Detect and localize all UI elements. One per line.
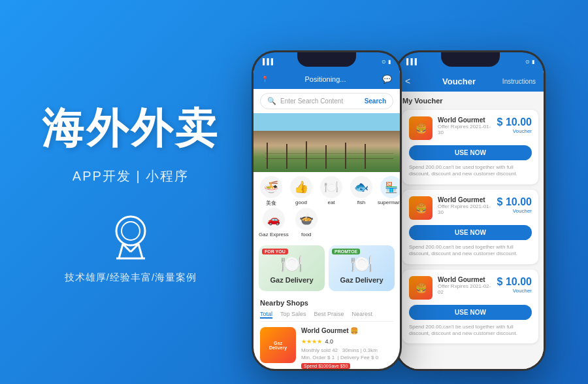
voucher-screen: My Voucher 🍔 World Gourmet Offer Rxpires… bbox=[397, 92, 544, 369]
instructions-link[interactable]: Instructions bbox=[502, 78, 536, 85]
voucher-restaurant-1: World Gourmet bbox=[438, 116, 492, 124]
voucher-desc-3: Spend 200.00,can't be used together with… bbox=[409, 324, 532, 338]
voucher-amount-2: $ 10.00 Voucher bbox=[497, 196, 532, 214]
category-gaz[interactable]: 🚗 Gaz Express bbox=[259, 208, 289, 237]
banner-for-you[interactable]: FOR YOU 🍽️ Gaz Delivery bbox=[259, 245, 325, 291]
banners-section: FOR YOU 🍽️ Gaz Delivery PROMTOE 🍽️ Gaz D… bbox=[253, 241, 400, 295]
food2-label: food bbox=[301, 232, 312, 237]
voucher-title: Voucher bbox=[416, 77, 502, 86]
good-icon: 👍 bbox=[290, 176, 312, 198]
category-fish[interactable]: 🐟 fish bbox=[349, 176, 374, 207]
eat-label: eat bbox=[327, 200, 335, 205]
status-right-right: ⊙ ▮ bbox=[525, 59, 534, 65]
gaz-label: Gaz Express bbox=[259, 232, 289, 237]
svg-point-1 bbox=[122, 222, 140, 240]
voucher-top-1: 🍔 World Gourmet Offer Rxpires 2021-01-30… bbox=[409, 116, 532, 140]
voucher-desc-1: Spend 200.00,can't be used together with… bbox=[409, 164, 532, 178]
voucher-restaurant-3: World Gourmet bbox=[438, 276, 492, 283]
voucher-price-2: $ 10.00 bbox=[497, 196, 532, 208]
use-now-btn-2[interactable]: USE NOW bbox=[409, 225, 532, 240]
eat-icon: 🍽️ bbox=[320, 176, 342, 198]
banner-tag-2: PROMTOE bbox=[332, 249, 360, 254]
voucher-price-3: $ 10.00 bbox=[497, 276, 532, 288]
banner-title-1: Gaz Delivery bbox=[270, 276, 313, 284]
phone-voucher: ▌▌▌ 13:20 ⊙ ▮ < Voucher Instructions My … bbox=[395, 50, 546, 371]
voucher-expiry-2: Offer Rxpires 2021-01-30 bbox=[438, 203, 492, 215]
left-section: 海外外卖 APP开发 | 小程序 技术雄厚/经验丰富/海量案例 bbox=[26, 0, 235, 384]
shop-meta: Monthly sold 42 30mins | 0.3km bbox=[301, 347, 393, 353]
signal-icon: ▌▌▌ bbox=[263, 58, 275, 65]
shop-image: GazDelivery bbox=[260, 327, 296, 363]
tag-1: Spend $100Save $50 bbox=[301, 363, 350, 369]
search-button[interactable]: Search bbox=[365, 97, 386, 105]
award-icon bbox=[105, 211, 157, 264]
category-good[interactable]: 👍 good bbox=[289, 176, 314, 207]
banner-plate-2: 🍽️ bbox=[350, 253, 373, 275]
restaurant-img-3: 🍔 bbox=[409, 276, 433, 300]
voucher-amount-1: $ 10.00 Voucher bbox=[497, 116, 532, 134]
tab-top-sales[interactable]: Top Sales bbox=[280, 311, 306, 319]
voucher-info-1: World Gourmet Offer Rxpires 2021-01-30 bbox=[438, 116, 492, 135]
delivery-header: 📍 Positioning... 💬 bbox=[253, 71, 400, 89]
phones-section: ▌▌▌ 13:20 ⊙ ▮ 📍 Positioning... 💬 🔍 Enter… bbox=[222, 0, 575, 384]
shop-card[interactable]: GazDelivery World Gourmet 🍔 ★★★★ 4.0 Mon… bbox=[260, 327, 393, 369]
phone-screen-left: 📍 Positioning... 💬 🔍 Enter Search Conten… bbox=[253, 71, 400, 369]
good-label: good bbox=[295, 200, 307, 205]
categories-row-2: 🚗 Gaz Express 🍲 food bbox=[253, 208, 400, 241]
shop-tabs: Total Top Sales Best Praise Nearest bbox=[260, 311, 393, 322]
food-label: 美食 bbox=[266, 200, 276, 207]
shop-tags: Spend $100Save $50 Spend $52Save $20 Spe… bbox=[301, 363, 393, 369]
voucher-label-2: Voucher bbox=[497, 208, 532, 214]
svg-point-0 bbox=[116, 217, 145, 245]
fish-label: fish bbox=[357, 200, 365, 205]
voucher-card-3: 🍔 World Gourmet Offer Rxpires 2021-02-02… bbox=[402, 270, 538, 344]
tab-best-praise[interactable]: Best Praise bbox=[314, 311, 344, 319]
voucher-expiry-3: Offer Rxpires 2021-02-02 bbox=[438, 283, 492, 295]
use-now-btn-1[interactable]: USE NOW bbox=[409, 145, 532, 160]
phone-delivery: ▌▌▌ 13:20 ⊙ ▮ 📍 Positioning... 💬 🔍 Enter… bbox=[252, 50, 402, 371]
food2-icon: 🍲 bbox=[295, 208, 318, 230]
location-pin-icon: 📍 bbox=[261, 76, 269, 82]
back-arrow-icon[interactable]: < bbox=[405, 76, 410, 86]
supermarket-label: supermark.. bbox=[378, 200, 400, 205]
phone-screen-right: < Voucher Instructions My Voucher 🍔 Worl… bbox=[397, 71, 544, 369]
voucher-top-2: 🍔 World Gourmet Offer Rxpires 2021-01-30… bbox=[409, 196, 532, 220]
chat-icon[interactable]: 💬 bbox=[382, 75, 392, 84]
food-icon: 🍜 bbox=[260, 176, 282, 198]
use-now-btn-3[interactable]: USE NOW bbox=[409, 305, 532, 320]
location-title: Positioning... bbox=[305, 75, 346, 83]
voucher-restaurant-2: World Gourmet bbox=[438, 196, 492, 203]
tab-total[interactable]: Total bbox=[260, 311, 272, 319]
category-supermarket[interactable]: 🏪 supermark.. bbox=[379, 176, 400, 207]
shop-delivery: Min. Order $ 1 | Delivery Fee $ 0 bbox=[301, 355, 393, 360]
banner-tag-1: FOR YOU bbox=[262, 249, 288, 254]
gaz-icon: 🚗 bbox=[263, 208, 285, 230]
voucher-expiry-1: Offer Rxpires 2021-01-30 bbox=[438, 124, 492, 135]
voucher-top-3: 🍔 World Gourmet Offer Rxpires 2021-02-02… bbox=[409, 276, 532, 300]
voucher-info-2: World Gourmet Offer Rxpires 2021-01-30 bbox=[438, 196, 492, 215]
voucher-label-3: Voucher bbox=[497, 288, 532, 294]
tab-nearest[interactable]: Nearest bbox=[352, 311, 373, 319]
category-food[interactable]: 🍜 美食 bbox=[259, 176, 284, 207]
svg-line-3 bbox=[139, 244, 142, 258]
bottom-text: 技术雄厚/经验丰富/海量案例 bbox=[65, 271, 197, 284]
voucher-amount-3: $ 10.00 Voucher bbox=[497, 276, 532, 294]
nearby-section: Nearby Shops Total Top Sales Best Praise… bbox=[253, 295, 400, 369]
search-bar[interactable]: 🔍 Enter Search Content Search bbox=[260, 93, 393, 109]
banner-promtoe[interactable]: PROMTOE 🍽️ Gaz Delivery bbox=[329, 245, 395, 291]
battery-icon-left: ▮ bbox=[388, 59, 391, 65]
banner-plate-1: 🍽️ bbox=[280, 253, 303, 275]
wifi-icon-right: ⊙ bbox=[525, 59, 530, 65]
wifi-icon-left: ⊙ bbox=[382, 59, 386, 65]
category-food2[interactable]: 🍲 food bbox=[294, 208, 319, 237]
shop-info: World Gourmet 🍔 ★★★★ 4.0 Monthly sold 42… bbox=[301, 327, 393, 369]
status-right-left: ⊙ ▮ bbox=[382, 59, 391, 65]
restaurant-img-2: 🍔 bbox=[409, 196, 433, 220]
signal-icon-right: ▌▌▌ bbox=[406, 58, 419, 65]
category-eat[interactable]: 🍽️ eat bbox=[319, 176, 344, 207]
categories-row: 🍜 美食 👍 good 🍽️ eat bbox=[253, 172, 400, 211]
nearby-title: Nearby Shops bbox=[260, 299, 393, 307]
main-title: 海外外卖 bbox=[42, 100, 220, 157]
voucher-label-1: Voucher bbox=[497, 128, 532, 134]
stars-icon: ★★★★ bbox=[301, 338, 322, 345]
